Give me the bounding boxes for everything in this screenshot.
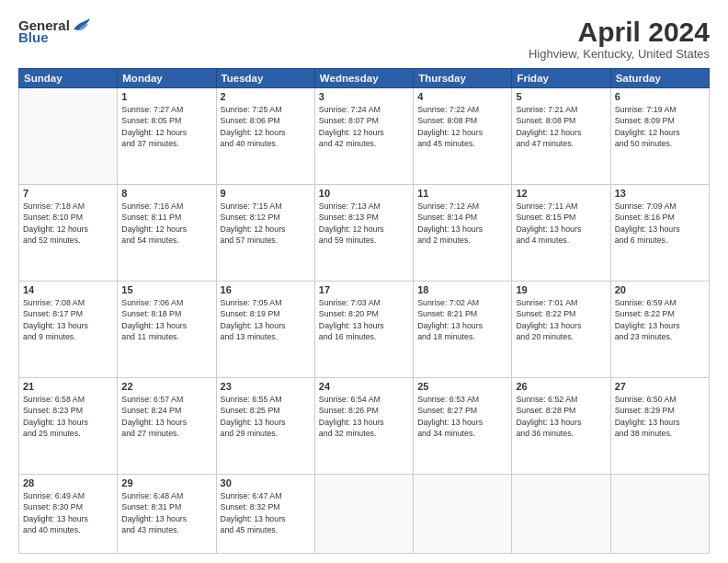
table-row: 27Sunrise: 6:50 AM Sunset: 8:29 PM Dayli… xyxy=(610,378,709,475)
day-info: Sunrise: 6:54 AM Sunset: 8:26 PM Dayligh… xyxy=(319,394,409,439)
day-number: 17 xyxy=(319,284,409,295)
table-row: 5Sunrise: 7:21 AM Sunset: 8:08 PM Daylig… xyxy=(512,88,610,185)
day-info: Sunrise: 7:09 AM Sunset: 8:16 PM Dayligh… xyxy=(615,201,705,246)
day-info: Sunrise: 6:58 AM Sunset: 8:23 PM Dayligh… xyxy=(23,394,113,439)
day-number: 23 xyxy=(221,381,311,392)
day-info: Sunrise: 7:12 AM Sunset: 8:14 PM Dayligh… xyxy=(417,201,507,246)
day-number: 24 xyxy=(319,381,409,392)
col-tuesday: Tuesday xyxy=(216,69,314,88)
table-row: 20Sunrise: 6:59 AM Sunset: 8:22 PM Dayli… xyxy=(610,282,709,378)
day-number: 4 xyxy=(417,91,507,102)
day-number: 10 xyxy=(319,188,409,199)
calendar-row: 14Sunrise: 7:08 AM Sunset: 8:17 PM Dayli… xyxy=(19,282,710,378)
calendar-row: 21Sunrise: 6:58 AM Sunset: 8:23 PM Dayli… xyxy=(19,378,710,475)
day-number: 8 xyxy=(121,188,211,199)
day-info: Sunrise: 7:16 AM Sunset: 8:11 PM Dayligh… xyxy=(121,201,211,246)
calendar-row: 28Sunrise: 6:49 AM Sunset: 8:30 PM Dayli… xyxy=(19,475,710,554)
day-number: 5 xyxy=(516,91,606,102)
table-row: 9Sunrise: 7:15 AM Sunset: 8:12 PM Daylig… xyxy=(216,185,314,282)
day-number: 3 xyxy=(319,91,409,102)
col-saturday: Saturday xyxy=(610,69,709,88)
day-number: 25 xyxy=(417,381,507,392)
day-number: 16 xyxy=(221,284,311,295)
day-info: Sunrise: 6:55 AM Sunset: 8:25 PM Dayligh… xyxy=(221,394,311,439)
calendar-row: 1Sunrise: 7:27 AM Sunset: 8:05 PM Daylig… xyxy=(19,88,710,185)
day-info: Sunrise: 7:05 AM Sunset: 8:19 PM Dayligh… xyxy=(221,297,311,342)
day-info: Sunrise: 6:52 AM Sunset: 8:28 PM Dayligh… xyxy=(516,394,606,439)
day-number: 21 xyxy=(23,381,113,392)
calendar-row: 7Sunrise: 7:18 AM Sunset: 8:10 PM Daylig… xyxy=(19,185,710,282)
day-number: 15 xyxy=(121,284,211,295)
day-number: 19 xyxy=(516,284,606,295)
table-row: 19Sunrise: 7:01 AM Sunset: 8:22 PM Dayli… xyxy=(512,282,610,378)
calendar-page: General Blue April 2024 Highview, Kentuc… xyxy=(0,0,728,563)
day-info: Sunrise: 7:06 AM Sunset: 8:18 PM Dayligh… xyxy=(121,297,211,342)
day-info: Sunrise: 7:24 AM Sunset: 8:07 PM Dayligh… xyxy=(319,104,409,149)
col-monday: Monday xyxy=(118,69,216,88)
table-row: 4Sunrise: 7:22 AM Sunset: 8:08 PM Daylig… xyxy=(414,88,512,185)
col-thursday: Thursday xyxy=(414,69,512,88)
day-info: Sunrise: 6:59 AM Sunset: 8:22 PM Dayligh… xyxy=(615,297,705,342)
col-sunday: Sunday xyxy=(19,69,118,88)
day-number: 6 xyxy=(615,91,705,102)
table-row: 1Sunrise: 7:27 AM Sunset: 8:05 PM Daylig… xyxy=(118,88,216,185)
header: General Blue April 2024 Highview, Kentuc… xyxy=(18,17,710,61)
day-number: 18 xyxy=(417,284,507,295)
logo: General Blue xyxy=(18,17,92,45)
table-row: 21Sunrise: 6:58 AM Sunset: 8:23 PM Dayli… xyxy=(19,378,118,475)
location-subtitle: Highview, Kentucky, United States xyxy=(529,47,710,61)
day-number: 11 xyxy=(417,188,507,199)
month-year-title: April 2024 xyxy=(529,17,710,47)
table-row: 8Sunrise: 7:16 AM Sunset: 8:11 PM Daylig… xyxy=(118,185,216,282)
title-block: April 2024 Highview, Kentucky, United St… xyxy=(529,17,710,61)
day-number: 9 xyxy=(221,188,311,199)
day-number: 22 xyxy=(121,381,211,392)
table-row: 26Sunrise: 6:52 AM Sunset: 8:28 PM Dayli… xyxy=(512,378,610,475)
logo-bird-icon xyxy=(72,17,92,33)
day-number: 2 xyxy=(221,91,311,102)
table-row: 24Sunrise: 6:54 AM Sunset: 8:26 PM Dayli… xyxy=(314,378,413,475)
day-info: Sunrise: 7:08 AM Sunset: 8:17 PM Dayligh… xyxy=(23,297,113,342)
table-row: 15Sunrise: 7:06 AM Sunset: 8:18 PM Dayli… xyxy=(118,282,216,378)
day-number: 12 xyxy=(516,188,606,199)
table-row: 28Sunrise: 6:49 AM Sunset: 8:30 PM Dayli… xyxy=(19,475,118,554)
day-info: Sunrise: 7:15 AM Sunset: 8:12 PM Dayligh… xyxy=(221,201,311,246)
day-number: 1 xyxy=(121,91,211,102)
table-row xyxy=(314,475,413,554)
day-number: 29 xyxy=(121,477,211,488)
day-info: Sunrise: 7:01 AM Sunset: 8:22 PM Dayligh… xyxy=(516,297,606,342)
table-row: 17Sunrise: 7:03 AM Sunset: 8:20 PM Dayli… xyxy=(314,282,413,378)
table-row: 3Sunrise: 7:24 AM Sunset: 8:07 PM Daylig… xyxy=(314,88,413,185)
table-row: 13Sunrise: 7:09 AM Sunset: 8:16 PM Dayli… xyxy=(610,185,709,282)
day-info: Sunrise: 6:47 AM Sunset: 8:32 PM Dayligh… xyxy=(221,490,311,535)
day-info: Sunrise: 6:57 AM Sunset: 8:24 PM Dayligh… xyxy=(121,394,211,439)
day-number: 30 xyxy=(221,477,311,488)
table-row xyxy=(512,475,610,554)
table-row: 14Sunrise: 7:08 AM Sunset: 8:17 PM Dayli… xyxy=(19,282,118,378)
day-info: Sunrise: 7:22 AM Sunset: 8:08 PM Dayligh… xyxy=(417,104,507,149)
day-number: 14 xyxy=(23,284,113,295)
table-row: 10Sunrise: 7:13 AM Sunset: 8:13 PM Dayli… xyxy=(314,185,413,282)
calendar-header-row: Sunday Monday Tuesday Wednesday Thursday… xyxy=(19,69,710,88)
table-row xyxy=(414,475,512,554)
day-info: Sunrise: 6:48 AM Sunset: 8:31 PM Dayligh… xyxy=(121,490,211,535)
day-number: 28 xyxy=(23,477,113,488)
calendar-table: Sunday Monday Tuesday Wednesday Thursday… xyxy=(18,68,710,554)
logo-blue-text: Blue xyxy=(18,29,49,45)
table-row: 6Sunrise: 7:19 AM Sunset: 8:09 PM Daylig… xyxy=(610,88,709,185)
table-row: 18Sunrise: 7:02 AM Sunset: 8:21 PM Dayli… xyxy=(414,282,512,378)
day-info: Sunrise: 7:27 AM Sunset: 8:05 PM Dayligh… xyxy=(121,104,211,149)
table-row: 16Sunrise: 7:05 AM Sunset: 8:19 PM Dayli… xyxy=(216,282,314,378)
table-row: 23Sunrise: 6:55 AM Sunset: 8:25 PM Dayli… xyxy=(216,378,314,475)
day-info: Sunrise: 7:25 AM Sunset: 8:06 PM Dayligh… xyxy=(221,104,311,149)
table-row: 30Sunrise: 6:47 AM Sunset: 8:32 PM Dayli… xyxy=(216,475,314,554)
day-number: 26 xyxy=(516,381,606,392)
table-row: 22Sunrise: 6:57 AM Sunset: 8:24 PM Dayli… xyxy=(118,378,216,475)
table-row xyxy=(610,475,709,554)
day-info: Sunrise: 7:18 AM Sunset: 8:10 PM Dayligh… xyxy=(23,201,113,246)
col-friday: Friday xyxy=(512,69,610,88)
table-row xyxy=(19,88,118,185)
day-info: Sunrise: 6:53 AM Sunset: 8:27 PM Dayligh… xyxy=(417,394,507,439)
day-info: Sunrise: 7:11 AM Sunset: 8:15 PM Dayligh… xyxy=(516,201,606,246)
day-info: Sunrise: 7:21 AM Sunset: 8:08 PM Dayligh… xyxy=(516,104,606,149)
